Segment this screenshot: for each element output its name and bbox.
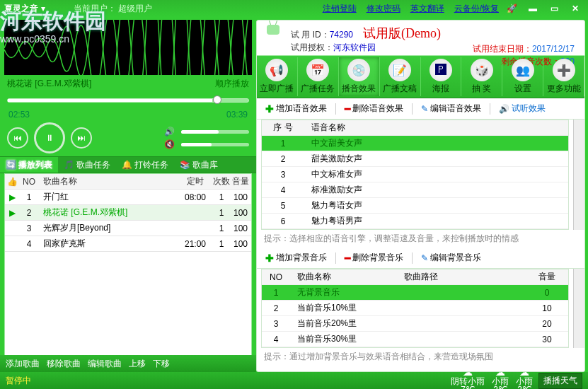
minimize-button[interactable]: ▬	[524, 2, 541, 15]
playlist-row[interactable]: ▶1开门红08:001100	[5, 190, 251, 205]
thumbs-icon[interactable]: 👍	[5, 177, 19, 187]
demo-badge: 试用版(Demo)	[363, 25, 441, 42]
voice-row[interactable]: 1中文甜美女声	[262, 136, 568, 151]
move-up-button[interactable]: 上移	[129, 358, 146, 370]
toolbar-播音效果[interactable]: 💿播音效果	[339, 57, 380, 96]
trial-id[interactable]: 74290	[330, 30, 353, 40]
volume-icon[interactable]: 🔊	[164, 127, 177, 137]
dropdown-icon[interactable]: ▾	[41, 4, 45, 13]
left-tabs: 🔄播放列表 🎵歌曲任务 🔔打铃任务 📚歌曲库	[0, 156, 256, 173]
header-links: 注销登陆 修改密码 英文翻译 云备份/恢复	[323, 3, 499, 15]
voice-table: 序 号语音名称 1中文甜美女声2甜美激励女声3中文标准女声4标准激励女声5魅力粤…	[261, 120, 569, 230]
link-cloud[interactable]: 云备份/恢复	[454, 3, 499, 15]
trial-end-date: 2017/12/17	[532, 44, 575, 54]
tab-library[interactable]: 📚歌曲库	[174, 157, 224, 173]
auth-value: 河东软件园	[333, 42, 376, 52]
toolbar-抽 奖[interactable]: 🎲抽 奖	[461, 57, 502, 96]
toolbar-设置[interactable]: 👥设置	[502, 57, 543, 96]
edit-voice-button[interactable]: ✎编辑语音效果	[418, 101, 484, 116]
time-elapsed: 02:53	[8, 110, 30, 120]
col-vol: 音量	[230, 175, 251, 187]
add-song-button[interactable]: 添加歌曲	[6, 358, 40, 370]
voice-subbar: ✚增加语音效果 ━删除语音效果 ✎编辑语音效果 🔊试听效果	[257, 98, 584, 120]
col-no: NO	[19, 177, 39, 187]
user-label: 当前用户：	[74, 4, 116, 13]
time-total: 03:39	[226, 110, 248, 120]
titlebar: 夏灵之音 ▾ 当前用户： 超级用户 注销登陆 修改密码 英文翻译 云备份/恢复 …	[0, 0, 588, 17]
playlist-row[interactable]: 4回家萨克斯21:001100	[5, 236, 251, 252]
voice-row[interactable]: 5魅力粤语女声	[262, 198, 568, 214]
voice-row[interactable]: 6魅力粤语男声	[262, 214, 568, 229]
toolbar-广播任务[interactable]: 📅广播任务	[298, 57, 339, 96]
left-footer: 添加歌曲 移除歌曲 编辑歌曲 上移 下移	[0, 355, 256, 372]
bg-subbar: ✚增加背景音乐 ━删除背景音乐 ✎编辑背景音乐	[257, 248, 584, 269]
remove-song-button[interactable]: 移除歌曲	[47, 358, 81, 370]
prev-button[interactable]: ⏮	[7, 127, 28, 149]
voice-row[interactable]: 2甜美激励女声	[262, 151, 568, 167]
current-user: 超级用户	[118, 4, 152, 13]
bg-row[interactable]: 1无背景音乐0	[262, 285, 568, 301]
broadcast-weather-button[interactable]: 播播天气	[538, 373, 582, 389]
auth-label: 试用授权：	[291, 42, 333, 52]
status-paused: 暂停中	[6, 375, 31, 387]
voice-row[interactable]: 3中文标准女声	[262, 167, 568, 182]
link-logout[interactable]: 注销登陆	[323, 3, 357, 15]
preview-voice-button[interactable]: 🔊试听效果	[496, 101, 548, 116]
playlist-row[interactable]: ▶2桃花诺 [G.E.M.邓紫棋]1100	[5, 205, 251, 221]
trial-id-label: 试 用 ID：	[291, 30, 330, 40]
bg-row[interactable]: 4当前音乐30%里30	[262, 332, 568, 347]
mute-icon[interactable]: 🔇	[164, 139, 177, 149]
tab-playlist[interactable]: 🔄播放列表	[0, 157, 58, 173]
weather-day: ☁阴转小雨7℃	[451, 367, 485, 389]
bg-table: NO歌曲名称歌曲路径音量 1无背景音乐02当前音乐10%里103当前音乐20%里…	[261, 269, 569, 348]
waveform-display	[4, 20, 252, 75]
next-button[interactable]: ⏭	[71, 127, 92, 149]
tab-bell-task[interactable]: 🔔打铃任务	[116, 157, 174, 173]
toolbar-更多功能[interactable]: ➕更多功能	[543, 57, 584, 96]
voice-tip: 选择相应的语音引擎，调整语速及音量，来控制播放时的情感	[289, 233, 519, 243]
move-down-button[interactable]: 下移	[153, 358, 170, 370]
voice-row[interactable]: 4标准激励女声	[262, 182, 568, 198]
volume2-slider[interactable]	[181, 143, 249, 146]
scrollbar[interactable]	[573, 120, 584, 230]
playlist-table: 👍 NO 歌曲名称 定时 次数 音量 ▶1开门红08:001100▶2桃花诺 […	[4, 173, 252, 372]
maximize-button[interactable]: ▭	[546, 2, 563, 15]
app-name: 夏灵之音	[4, 3, 38, 15]
weather-bar: ☁阴转小雨7℃☁小雨3℃☁小雨3℃	[451, 367, 533, 389]
robot-icon	[263, 25, 284, 50]
bg-row[interactable]: 3当前音乐20%里20	[262, 316, 568, 332]
toolbar-广播文稿[interactable]: 📝广播文稿	[380, 57, 421, 96]
play-mode[interactable]: 顺序播放	[215, 78, 249, 90]
main-toolbar: 📢立即广播📅广播任务💿播音效果📝广播文稿🅿海报🎲抽 奖👥设置➕更多功能	[257, 55, 584, 98]
tab-song-task[interactable]: 🎵歌曲任务	[58, 157, 116, 173]
col-name: 歌曲名称	[39, 175, 178, 187]
toolbar-海报[interactable]: 🅿海报	[421, 57, 462, 96]
volume-slider[interactable]	[181, 130, 249, 134]
add-bg-button[interactable]: ✚增加背景音乐	[263, 250, 330, 265]
link-translate[interactable]: 英文翻译	[410, 3, 444, 15]
toolbar-立即广播[interactable]: 📢立即广播	[257, 57, 298, 96]
add-voice-button[interactable]: ✚增加语音效果	[263, 101, 330, 116]
edit-song-button[interactable]: 编辑歌曲	[88, 358, 122, 370]
scrollbar[interactable]	[573, 269, 584, 348]
col-count: 次数	[213, 175, 230, 187]
delete-bg-button[interactable]: ━删除背景音乐	[342, 250, 406, 265]
col-time: 定时	[178, 175, 213, 187]
weather-day: ☁小雨3℃	[492, 367, 509, 389]
rocket-icon[interactable]: 🚀	[503, 2, 520, 15]
delete-voice-button[interactable]: ━删除语音效果	[342, 101, 406, 116]
now-playing-title: 桃花诺 [G.E.M.邓紫棋]	[7, 78, 91, 90]
link-password[interactable]: 修改密码	[367, 3, 400, 15]
status-bar: 暂停中 ☁阴转小雨7℃☁小雨3℃☁小雨3℃ 播播天气	[0, 372, 588, 389]
play-pause-button[interactable]: ⏸	[34, 122, 65, 153]
weather-day: ☁小雨3℃	[516, 367, 533, 389]
bg-tip: 通过增加背景音乐与效果语音相结合，来营造现场氛围	[289, 352, 493, 361]
playlist-row[interactable]: 3光辉岁月[Beyond]1100	[5, 221, 251, 236]
bg-row[interactable]: 2当前音乐10%里10	[262, 301, 568, 316]
close-button[interactable]: ✕	[567, 2, 584, 15]
seek-bar[interactable]	[7, 94, 249, 107]
edit-bg-button[interactable]: ✎编辑背景音乐	[418, 250, 484, 265]
